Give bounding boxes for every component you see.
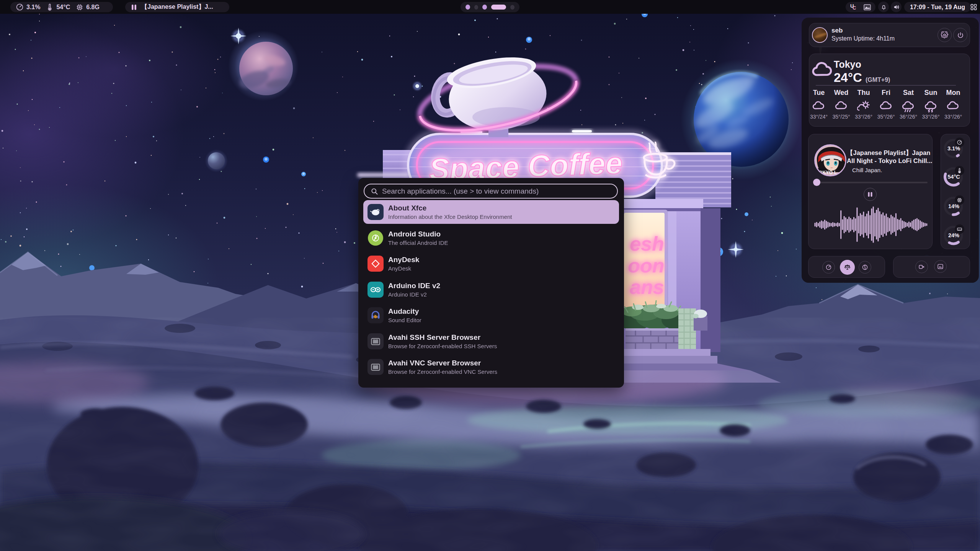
svg-text:3.1%: 3.1%	[947, 145, 960, 152]
svg-text:oon: oon	[628, 254, 664, 277]
svg-text:esh: esh	[630, 233, 664, 255]
svg-text:24%: 24%	[948, 232, 959, 238]
svg-text:54°C: 54°C	[947, 174, 960, 180]
svg-text:14%: 14%	[948, 203, 959, 209]
svg-text:ans: ans	[630, 276, 664, 298]
